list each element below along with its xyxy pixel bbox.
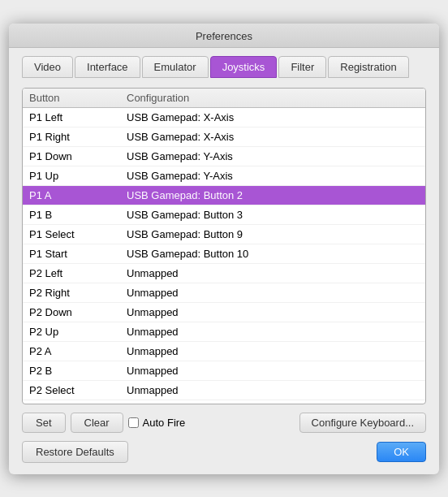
row-button-label: P2 Down: [23, 305, 120, 319]
table-row[interactable]: P2 RightUnmapped: [23, 283, 425, 303]
row-config-label: Unmapped: [120, 403, 425, 404]
row-config-label: Unmapped: [120, 364, 425, 378]
bottom-row: Restore Defaults OK: [22, 441, 426, 463]
ok-button[interactable]: OK: [377, 442, 426, 462]
tab-registration[interactable]: Registration: [328, 56, 408, 78]
table-header: Button Configuration: [23, 89, 425, 108]
table-row[interactable]: P2 LeftUnmapped: [23, 264, 425, 283]
row-button-label: P1 Start: [23, 247, 120, 261]
row-button-label: P2 Start: [23, 403, 120, 404]
table-scroll[interactable]: P1 LeftUSB Gamepad: X-AxisP1 RightUSB Ga…: [23, 108, 425, 404]
tab-filter[interactable]: Filter: [278, 56, 326, 78]
row-button-label: P1 B: [23, 208, 120, 222]
row-config-label: Unmapped: [120, 325, 425, 339]
tab-joysticks[interactable]: Joysticks: [210, 56, 278, 78]
tab-interface[interactable]: Interface: [75, 56, 140, 78]
table-row[interactable]: P1 SelectUSB Gamepad: Button 9: [23, 225, 425, 244]
row-button-label: P1 Up: [23, 169, 120, 183]
configure-keyboard-button[interactable]: Configure Keyboard...: [299, 413, 426, 433]
tab-video[interactable]: Video: [22, 56, 73, 78]
row-button-label: P2 Left: [23, 266, 120, 280]
table-row[interactable]: P2 StartUnmapped: [23, 400, 425, 404]
row-config-label: USB Gamepad: Button 2: [120, 188, 425, 202]
row-button-label: P2 Up: [23, 325, 120, 339]
tab-bar: VideoInterfaceEmulatorJoysticksFilterReg…: [22, 56, 426, 78]
row-button-label: P1 A: [23, 188, 120, 202]
row-button-label: P1 Select: [23, 227, 120, 241]
tab-emulator[interactable]: Emulator: [142, 56, 209, 78]
row-config-label: Unmapped: [120, 286, 425, 300]
row-config-label: USB Gamepad: Button 10: [120, 247, 425, 261]
auto-fire-label[interactable]: Auto Fire: [128, 417, 186, 429]
table-row[interactable]: P1 UpUSB Gamepad: Y-Axis: [23, 166, 425, 186]
row-button-label: P2 A: [23, 344, 120, 358]
controls-row: Set Clear Auto Fire Configure Keyboard..…: [22, 413, 426, 433]
row-config-label: Unmapped: [120, 305, 425, 319]
row-config-label: Unmapped: [120, 266, 425, 280]
row-config-label: USB Gamepad: Y-Axis: [120, 169, 425, 183]
row-config-label: USB Gamepad: Button 9: [120, 227, 425, 241]
preferences-window: Preferences VideoInterfaceEmulatorJoysti…: [9, 24, 439, 474]
row-button-label: P1 Right: [23, 130, 120, 144]
title-bar: Preferences: [9, 24, 439, 48]
table-row[interactable]: P1 StartUSB Gamepad: Button 10: [23, 244, 425, 264]
table-row[interactable]: P2 BUnmapped: [23, 361, 425, 381]
col-config-header: Configuration: [120, 92, 425, 104]
auto-fire-checkbox[interactable]: [128, 417, 139, 428]
table-row[interactable]: P1 BUSB Gamepad: Button 3: [23, 205, 425, 225]
row-button-label: P2 Right: [23, 286, 120, 300]
set-button[interactable]: Set: [22, 413, 66, 433]
row-button-label: P1 Left: [23, 110, 120, 124]
auto-fire-text: Auto Fire: [143, 417, 186, 429]
table-row[interactable]: P2 DownUnmapped: [23, 303, 425, 322]
clear-button[interactable]: Clear: [71, 413, 123, 433]
window-title: Preferences: [196, 30, 252, 42]
joystick-table: Button Configuration P1 LeftUSB Gamepad:…: [22, 88, 426, 404]
table-row[interactable]: P1 LeftUSB Gamepad: X-Axis: [23, 108, 425, 127]
table-row[interactable]: P1 AUSB Gamepad: Button 2: [23, 186, 425, 205]
row-config-label: USB Gamepad: X-Axis: [120, 130, 425, 144]
row-button-label: P2 B: [23, 364, 120, 378]
restore-defaults-button[interactable]: Restore Defaults: [22, 441, 128, 463]
table-row[interactable]: P1 DownUSB Gamepad: Y-Axis: [23, 147, 425, 166]
table-row[interactable]: P1 RightUSB Gamepad: X-Axis: [23, 127, 425, 147]
row-config-label: USB Gamepad: Button 3: [120, 208, 425, 222]
window-body: VideoInterfaceEmulatorJoysticksFilterReg…: [9, 48, 439, 474]
row-config-label: Unmapped: [120, 344, 425, 358]
table-row[interactable]: P2 AUnmapped: [23, 342, 425, 361]
row-button-label: P1 Down: [23, 149, 120, 163]
table-row[interactable]: P2 UpUnmapped: [23, 322, 425, 342]
row-config-label: USB Gamepad: Y-Axis: [120, 149, 425, 163]
row-button-label: P2 Select: [23, 383, 120, 397]
table-row[interactable]: P2 SelectUnmapped: [23, 381, 425, 400]
col-button-header: Button: [23, 92, 120, 104]
row-config-label: USB Gamepad: X-Axis: [120, 110, 425, 124]
row-config-label: Unmapped: [120, 383, 425, 397]
